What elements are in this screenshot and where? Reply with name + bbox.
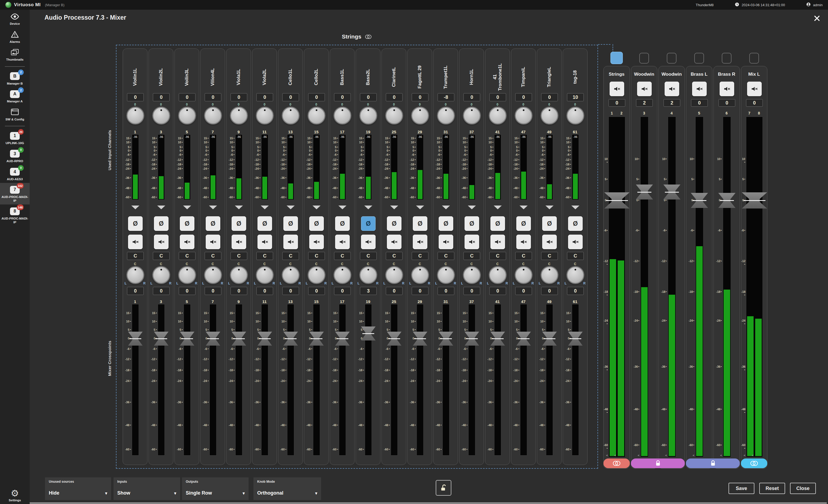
output-gain-value[interactable]: 2 [664, 99, 680, 107]
reset-button[interactable]: Reset [759, 483, 785, 494]
input-gain-value[interactable]: 0 [153, 93, 170, 101]
input-gain-value[interactable]: 0 [282, 93, 299, 101]
phase-button[interactable]: Ø [128, 216, 142, 231]
lock-button[interactable] [436, 480, 451, 496]
collapse-arrow-icon[interactable] [545, 205, 553, 209]
input-gain-value[interactable]: 0 [127, 93, 144, 101]
input-gain-value[interactable]: 0 [541, 93, 558, 101]
pan-knob[interactable] [334, 266, 351, 284]
phase-button[interactable]: Ø [439, 216, 453, 231]
collapse-arrow-icon[interactable] [313, 205, 321, 209]
input-gain-knob[interactable] [230, 107, 248, 124]
sidebar-item-settings[interactable]: ⚙Settings [0, 489, 30, 502]
pan-knob[interactable] [360, 266, 377, 284]
pan-knob[interactable] [230, 266, 248, 284]
mute-button[interactable] [719, 82, 734, 96]
input-gain-knob[interactable] [437, 107, 455, 124]
output-select-tab[interactable] [611, 52, 623, 64]
mute-button[interactable] [232, 235, 246, 249]
crosspoint-gain-value[interactable]: 0 [308, 287, 325, 295]
pan-value[interactable]: C [515, 252, 532, 260]
output-select-tab[interactable] [639, 53, 649, 63]
sidebar-item-aud-proc-madi-ip[interactable]: 8148AUD-PROC-MADI-IP [0, 204, 30, 226]
input-gain-knob[interactable] [127, 107, 144, 124]
mute-button[interactable] [413, 235, 427, 249]
close-dialog-button[interactable] [812, 13, 822, 23]
input-gain-knob[interactable] [515, 107, 532, 124]
mute-button[interactable] [206, 235, 220, 249]
pan-knob[interactable] [282, 266, 299, 284]
collapse-arrow-icon[interactable] [494, 205, 502, 209]
mute-button[interactable] [439, 235, 453, 249]
collapse-arrow-icon[interactable] [235, 205, 243, 209]
input-gain-knob[interactable] [541, 107, 558, 124]
mute-button[interactable] [610, 82, 624, 96]
input-gain-value[interactable]: 0 [360, 93, 377, 101]
pan-knob[interactable] [178, 266, 196, 284]
input-gain-value[interactable]: 0 [515, 93, 532, 101]
crosspoint-gain-value[interactable]: 0 [489, 287, 506, 295]
mute-button[interactable] [490, 235, 505, 249]
pan-knob[interactable] [437, 266, 455, 284]
pan-value[interactable]: C [231, 252, 247, 260]
crosspoint-gain-value[interactable]: 0 [231, 287, 247, 295]
pan-value[interactable]: C [463, 252, 480, 260]
pan-value[interactable]: C [256, 252, 273, 260]
crosspoint-gain-value[interactable]: 3 [360, 287, 377, 295]
close-button[interactable]: Close [790, 483, 816, 494]
input-gain-value[interactable]: 0 [308, 93, 325, 101]
phase-button[interactable]: Ø [283, 216, 298, 231]
collapse-arrow-icon[interactable] [390, 205, 398, 209]
input-gain-knob[interactable] [204, 107, 222, 124]
input-gain-value[interactable]: 0 [463, 93, 480, 101]
output-gain-value[interactable]: 0 [746, 99, 763, 107]
pan-knob[interactable] [127, 266, 144, 284]
pan-value[interactable]: C [541, 252, 558, 260]
output-link-pill[interactable] [741, 458, 767, 468]
input-gain-value[interactable]: 0 [205, 93, 221, 101]
sidebar-item-manager-a[interactable]: A2Manager A [0, 87, 30, 105]
phase-button[interactable]: Ø [568, 216, 583, 231]
pan-knob[interactable] [308, 266, 325, 284]
phase-button[interactable]: Ø [387, 216, 402, 231]
crosspoint-gain-value[interactable]: 0 [256, 287, 273, 295]
input-gain-value[interactable]: 0 [334, 93, 351, 101]
phase-button[interactable]: Ø [206, 216, 220, 231]
collapse-arrow-icon[interactable] [183, 205, 191, 209]
pan-knob[interactable] [567, 266, 584, 284]
pan-value[interactable]: C [334, 252, 351, 260]
phase-button[interactable]: Ø [335, 216, 350, 231]
crosspoint-gain-value[interactable]: 0 [334, 287, 351, 295]
crosspoint-gain-value[interactable]: 0 [282, 287, 299, 295]
crosspoint-gain-value[interactable]: 0 [567, 287, 584, 295]
crosspoint-gain-value[interactable]: 0 [412, 287, 428, 295]
sidebar-item-uplink-10g[interactable]: 120UPLINK-10G [0, 129, 30, 147]
mute-button[interactable] [309, 235, 324, 249]
input-gain-knob[interactable] [567, 107, 584, 124]
mute-button[interactable] [747, 82, 762, 96]
horizontal-scrollbar[interactable] [15, 502, 828, 504]
pan-value[interactable]: C [282, 252, 299, 260]
pan-knob[interactable] [153, 266, 170, 284]
collapse-arrow-icon[interactable] [209, 205, 217, 209]
phase-button[interactable]: Ø [516, 216, 531, 231]
dropdown-inputs[interactable]: InputsShow▾ [114, 477, 180, 500]
mute-button[interactable] [180, 235, 194, 249]
output-link-pill[interactable] [631, 458, 685, 468]
output-gain-value[interactable]: 0 [609, 99, 625, 107]
pan-value[interactable]: C [567, 252, 584, 260]
input-gain-knob[interactable] [385, 107, 403, 124]
pan-knob[interactable] [204, 266, 222, 284]
phase-button[interactable]: Ø [490, 216, 505, 231]
pan-knob[interactable] [541, 266, 558, 284]
input-gain-knob[interactable] [153, 107, 170, 124]
pan-value[interactable]: C [412, 252, 428, 260]
mute-button[interactable] [464, 235, 479, 249]
input-gain-value[interactable]: 0 [179, 93, 196, 101]
input-gain-knob[interactable] [282, 107, 299, 124]
pan-knob[interactable] [385, 266, 403, 284]
collapse-arrow-icon[interactable] [571, 205, 579, 209]
pan-value[interactable]: C [360, 252, 377, 260]
crosspoint-gain-value[interactable]: 0 [386, 287, 403, 295]
crosspoint-gain-value[interactable]: 0 [205, 287, 221, 295]
